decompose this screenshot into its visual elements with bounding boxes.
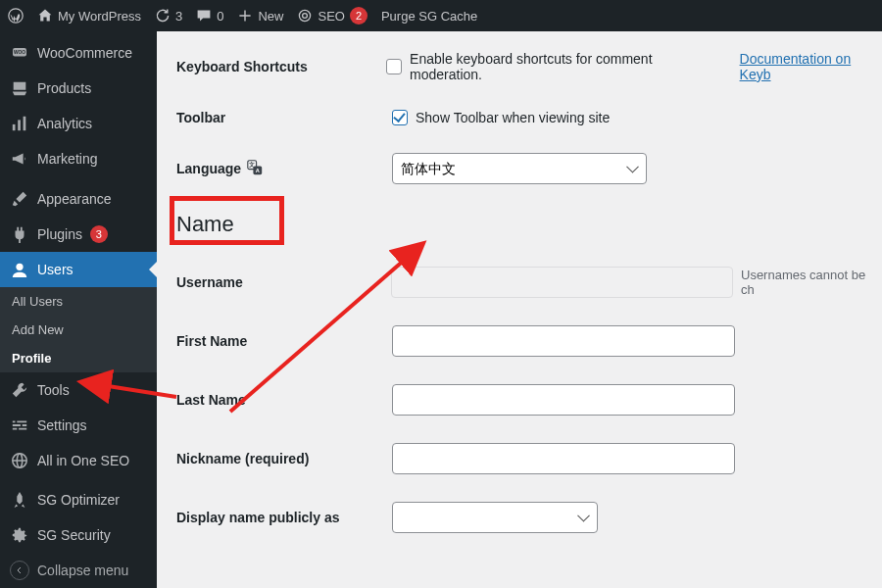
svg-point-2 xyxy=(303,14,308,19)
seo-badge: 2 xyxy=(350,7,368,24)
username-input xyxy=(391,267,733,298)
sidebar-item-woocommerce[interactable]: WOO WooCommerce xyxy=(0,35,157,71)
keyboard-shortcuts-doc-link[interactable]: Documentation on Keyb xyxy=(740,51,882,82)
row-username: Username Usernames cannot be ch xyxy=(176,267,882,298)
nickname-label: Nickname (required) xyxy=(176,451,392,466)
seo-link[interactable]: SEO 2 xyxy=(297,7,367,24)
sidebar-item-analytics[interactable]: Analytics xyxy=(0,106,157,141)
sidebar-item-label: Marketing xyxy=(37,151,97,167)
updates-link[interactable]: 3 xyxy=(155,8,182,24)
username-label: Username xyxy=(176,274,391,290)
row-firstname: First Name xyxy=(176,325,882,357)
language-select[interactable]: 简体中文 xyxy=(392,153,647,184)
profile-page: Keyboard Shortcuts Enable keyboard short… xyxy=(157,31,882,588)
admin-toolbar: My WordPress 3 0 New SEO 2 Purge SG Cach… xyxy=(0,0,882,31)
sidebar-item-label: Plugins xyxy=(37,226,82,242)
purge-cache-link[interactable]: Purge SG Cache xyxy=(381,9,477,24)
submenu-all-users[interactable]: All Users xyxy=(0,287,157,316)
row-keyboard-shortcuts: Keyboard Shortcuts Enable keyboard short… xyxy=(176,51,882,82)
sidebar-item-tools[interactable]: Tools xyxy=(0,372,157,408)
users-submenu: All Users Add New Profile xyxy=(0,287,157,372)
firstname-label: First Name xyxy=(176,333,392,349)
sidebar-item-aioseo[interactable]: All in One SEO xyxy=(0,443,157,478)
home-icon xyxy=(37,8,53,24)
site-name: My WordPress xyxy=(58,9,141,24)
svg-rect-6 xyxy=(18,120,21,130)
keyboard-shortcuts-checkbox[interactable] xyxy=(386,59,402,74)
archive-icon xyxy=(10,78,29,98)
row-lastname: Last Name xyxy=(176,384,882,416)
sidebar-item-plugins[interactable]: Plugins 3 xyxy=(0,217,157,252)
displayname-label: Display name publicly as xyxy=(176,510,392,525)
gear-icon xyxy=(10,525,29,545)
globe-icon xyxy=(10,451,29,470)
admin-sidebar: WOO WooCommerce Products Analytics xyxy=(0,31,157,588)
megaphone-icon xyxy=(10,149,29,169)
username-hint: Usernames cannot be ch xyxy=(741,268,882,297)
plus-icon xyxy=(237,8,253,24)
comments-link[interactable]: 0 xyxy=(196,8,223,24)
displayname-select[interactable] xyxy=(392,502,598,533)
svg-text:WOO: WOO xyxy=(14,50,25,55)
svg-point-0 xyxy=(9,9,23,23)
row-nickname: Nickname (required) xyxy=(176,443,882,474)
row-displayname: Display name publicly as xyxy=(176,502,882,533)
new-link[interactable]: New xyxy=(237,8,283,24)
row-toolbar: Toolbar Show Toolbar when viewing site xyxy=(176,110,882,125)
sidebar-item-label: WooCommerce xyxy=(37,45,132,61)
sliders-icon xyxy=(10,416,29,435)
sidebar-item-label: Analytics xyxy=(37,116,92,131)
rocket-icon xyxy=(10,490,29,510)
brush-icon xyxy=(10,189,29,209)
sidebar-item-appearance[interactable]: Appearance xyxy=(0,181,157,217)
lastname-input[interactable] xyxy=(392,384,735,416)
sidebar-item-label: Users xyxy=(37,262,74,277)
submenu-profile[interactable]: Profile xyxy=(0,344,157,372)
language-label-text: Language xyxy=(176,161,241,176)
sidebar-item-sgsecurity[interactable]: SG Security xyxy=(0,517,157,553)
svg-rect-5 xyxy=(13,124,16,130)
nickname-input[interactable] xyxy=(392,443,735,474)
comments-count: 0 xyxy=(217,9,223,24)
sidebar-item-settings[interactable]: Settings xyxy=(0,408,157,443)
sidebar-item-label: SG Security xyxy=(37,527,111,543)
toolbar-checkbox[interactable] xyxy=(392,110,408,125)
svg-text:文: 文 xyxy=(248,161,255,168)
svg-rect-7 xyxy=(24,117,26,130)
sidebar-item-products[interactable]: Products xyxy=(0,71,157,106)
toolbar-label: Toolbar xyxy=(176,110,392,125)
seo-label: SEO xyxy=(318,9,344,24)
user-icon xyxy=(10,260,29,279)
wrench-icon xyxy=(10,380,29,400)
bar-chart-icon xyxy=(10,114,29,133)
sidebar-item-label: Settings xyxy=(37,417,87,433)
submenu-add-user[interactable]: Add New xyxy=(0,316,157,344)
svg-text:A: A xyxy=(256,167,260,172)
plug-icon xyxy=(10,224,29,244)
plugins-badge: 3 xyxy=(90,225,108,243)
lastname-label: Last Name xyxy=(176,392,392,408)
sidebar-item-label: SG Optimizer xyxy=(37,492,120,508)
translate-icon: 文A xyxy=(247,160,263,178)
row-language: Language 文A 简体中文 xyxy=(176,153,882,184)
sidebar-item-label: Products xyxy=(37,80,91,96)
purge-label: Purge SG Cache xyxy=(381,9,477,24)
sidebar-item-marketing[interactable]: Marketing xyxy=(0,141,157,176)
collapse-menu[interactable]: Collapse menu xyxy=(0,553,157,588)
refresh-icon xyxy=(155,8,171,24)
updates-count: 3 xyxy=(175,9,182,24)
woocommerce-icon: WOO xyxy=(10,43,29,63)
sidebar-item-label: All in One SEO xyxy=(37,453,129,468)
seo-target-icon xyxy=(297,8,313,24)
new-label: New xyxy=(258,9,283,24)
collapse-label: Collapse menu xyxy=(37,563,128,578)
wp-logo[interactable] xyxy=(8,8,24,24)
firstname-input[interactable] xyxy=(392,325,735,357)
site-link[interactable]: My WordPress xyxy=(37,8,141,24)
sidebar-item-sgoptimizer[interactable]: SG Optimizer xyxy=(0,482,157,517)
toolbar-text: Show Toolbar when viewing site xyxy=(416,110,610,125)
sidebar-item-label: Tools xyxy=(37,382,70,398)
sidebar-item-users[interactable]: Users xyxy=(0,252,157,287)
collapse-icon xyxy=(10,561,29,580)
language-label: Language 文A xyxy=(176,160,392,178)
